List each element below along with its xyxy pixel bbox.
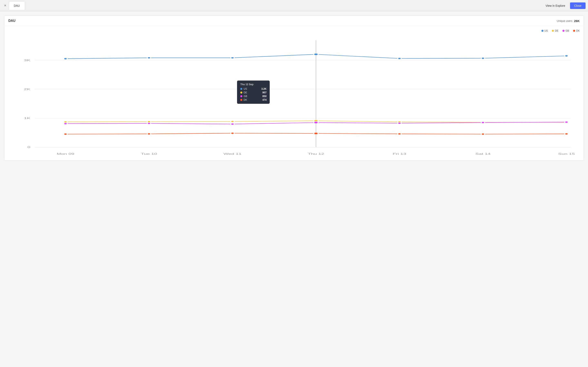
tab-bar-actions: View in Explore Close <box>543 2 586 9</box>
legend-item-dk: DK <box>573 29 580 32</box>
svg-point-22 <box>565 55 568 57</box>
legend-item-gb: GB <box>562 29 569 32</box>
legend-dot-de <box>552 30 554 32</box>
chart-meta-label: Unique users <box>557 19 572 22</box>
chart-title: DAU <box>8 19 16 23</box>
svg-point-43 <box>565 133 568 135</box>
svg-point-31 <box>147 123 151 124</box>
svg-point-38 <box>147 133 151 135</box>
svg-point-35 <box>481 122 485 124</box>
legend-label-us: US <box>545 29 548 32</box>
svg-text:Mon 09: Mon 09 <box>57 152 74 155</box>
legend-item-us: US <box>541 29 548 32</box>
tab-bar: × DAU View in Explore Close <box>0 0 588 11</box>
svg-text:Fri 13: Fri 13 <box>393 152 406 155</box>
view-in-explore-button[interactable]: View in Explore <box>543 3 568 8</box>
chart-header: DAU Unique users 26K <box>4 16 584 26</box>
svg-point-30 <box>64 123 67 125</box>
svg-text:Thu 12: Thu 12 <box>308 152 324 155</box>
svg-point-32 <box>231 123 234 125</box>
svg-point-19 <box>314 53 318 55</box>
svg-point-36 <box>565 121 568 123</box>
chart-area: US DE GB DK <box>4 26 584 160</box>
svg-point-17 <box>147 57 151 59</box>
svg-text:3K: 3K <box>24 59 30 62</box>
svg-point-21 <box>481 57 485 59</box>
legend-dot-us <box>541 30 544 32</box>
svg-point-39 <box>231 132 234 134</box>
svg-text:0: 0 <box>27 146 30 149</box>
svg-text:Tue 10: Tue 10 <box>141 152 157 155</box>
chart-wrapper: 0 1K 2K 3K Mon 09 Tue 10 Wed 11 Thu 12 F… <box>4 34 584 160</box>
close-button[interactable]: Close <box>570 2 586 9</box>
svg-text:2K: 2K <box>24 88 30 91</box>
svg-point-25 <box>231 120 234 122</box>
svg-point-23 <box>64 121 67 123</box>
svg-point-34 <box>398 122 401 124</box>
legend-dot-gb <box>562 30 564 32</box>
svg-point-20 <box>398 58 401 59</box>
svg-point-24 <box>147 121 151 123</box>
chart-meta: Unique users 26K <box>557 19 580 23</box>
close-tab-icon[interactable]: × <box>2 3 8 8</box>
svg-text:Sat 14: Sat 14 <box>475 152 491 155</box>
legend-item-de: DE <box>552 29 558 32</box>
chart-card: DAU Unique users 26K US DE GB DK <box>4 16 584 160</box>
chart-legend: US DE GB DK <box>4 29 584 34</box>
tab-dau[interactable]: DAU <box>9 1 25 10</box>
chart-meta-value: 26K <box>574 19 580 23</box>
svg-point-40 <box>314 132 318 134</box>
svg-point-41 <box>398 133 401 135</box>
svg-point-42 <box>481 133 485 135</box>
svg-point-16 <box>64 58 67 60</box>
chart-svg: 0 1K 2K 3K Mon 09 Tue 10 Wed 11 Thu 12 F… <box>8 34 580 160</box>
svg-text:Sun 15: Sun 15 <box>558 152 575 155</box>
svg-text:Wed 11: Wed 11 <box>223 152 241 155</box>
svg-point-18 <box>231 57 234 59</box>
legend-dot-dk <box>573 30 575 32</box>
legend-label-de: DE <box>555 29 558 32</box>
legend-label-dk: DK <box>576 29 580 32</box>
legend-label-gb: GB <box>566 29 569 32</box>
svg-text:1K: 1K <box>24 117 30 120</box>
svg-point-37 <box>64 133 67 135</box>
svg-point-33 <box>314 122 318 124</box>
